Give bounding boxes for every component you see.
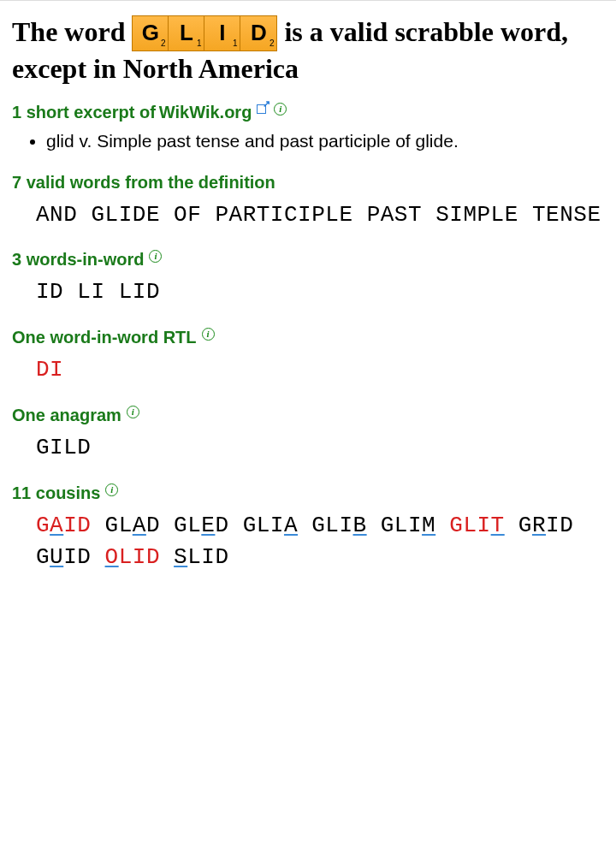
word-link[interactable]: LI: [77, 279, 104, 305]
excerpt-head-prefix: 1 short excerpt of: [12, 103, 156, 122]
letter-tile: L1: [169, 16, 204, 50]
word-link[interactable]: GLED: [174, 513, 228, 538]
external-link-icon: [257, 102, 269, 114]
info-icon[interactable]: i: [127, 406, 139, 418]
word-link[interactable]: GLIT: [449, 513, 504, 538]
page-title: The word G2L1I1D2 is a valid scrabble wo…: [12, 16, 604, 84]
info-icon[interactable]: i: [274, 103, 287, 116]
word-link[interactable]: PARTICIPLE: [215, 202, 352, 228]
word-link[interactable]: OF: [174, 202, 201, 228]
word-link[interactable]: OLID: [105, 544, 160, 570]
info-icon[interactable]: i: [149, 250, 162, 263]
anagram-block: GILD: [36, 432, 604, 465]
title-prefix: The word: [12, 16, 132, 47]
word-link[interactable]: GLAD: [105, 513, 160, 538]
words-in-word-rtl-heading: One word-in-word RTL i: [12, 328, 604, 347]
word-link[interactable]: GRID: [518, 513, 573, 538]
excerpt-heading: 1 short excerpt of WikWik.org i: [12, 103, 604, 122]
cousins-heading: 11 cousins i: [12, 483, 604, 503]
word-tiles: G2L1I1D2: [132, 15, 277, 51]
word-link[interactable]: TENSE: [532, 202, 601, 228]
word-link[interactable]: GUID: [36, 544, 91, 570]
word-link[interactable]: SIMPLE: [435, 202, 518, 228]
word-link[interactable]: GLIB: [311, 513, 366, 538]
letter-tile: I1: [204, 16, 240, 50]
words-in-word-heading: 3 words-in-word i: [12, 250, 604, 270]
word-link[interactable]: GAID: [36, 513, 91, 538]
word-link[interactable]: GLIM: [381, 513, 435, 538]
wikwik-link[interactable]: WikWik.org: [159, 103, 252, 122]
info-icon[interactable]: i: [202, 328, 215, 341]
excerpt-list: glid v. Simple past tense and past parti…: [12, 129, 604, 153]
valid-words-heading: 7 valid words from the definition: [12, 173, 604, 193]
info-icon[interactable]: i: [105, 483, 118, 496]
valid-words-block: AND GLIDE OF PARTICIPLE PAST SIMPLE TENS…: [36, 199, 604, 232]
word-link[interactable]: SLID: [174, 544, 228, 570]
letter-tile: D2: [240, 16, 276, 50]
word-link[interactable]: GILD: [36, 435, 91, 460]
word-link[interactable]: GLIDE: [91, 202, 160, 228]
word-link[interactable]: PAST: [367, 202, 422, 228]
letter-tile: G2: [133, 16, 169, 50]
anagram-heading: One anagram i: [12, 406, 604, 425]
word-link[interactable]: GLIA: [243, 513, 298, 538]
word-link[interactable]: ID: [36, 279, 63, 305]
excerpt-item: glid v. Simple past tense and past parti…: [46, 129, 604, 153]
word-link[interactable]: DI: [36, 357, 63, 383]
words-in-word-rtl-block: DI: [36, 354, 604, 387]
word-link[interactable]: AND: [36, 202, 77, 228]
word-link[interactable]: LID: [119, 279, 160, 305]
words-in-word-block: ID LI LID: [36, 276, 604, 309]
cousins-block: GAID GLAD GLED GLIA GLIB GLIM GLIT GRID …: [36, 510, 604, 574]
